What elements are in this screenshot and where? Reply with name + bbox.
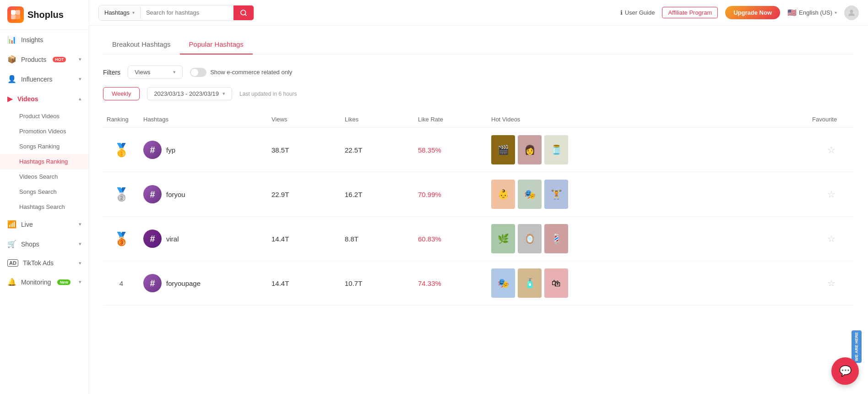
video-thumb-3-1[interactable]: 🌿 [491,224,515,253]
hashtag-cell-2[interactable]: # foryou [140,185,268,203]
svg-rect-2 [11,15,16,19]
favourite-3[interactable]: ☆ [808,233,854,244]
tiktok-ads-chevron: ▾ [79,260,81,266]
video-thumb-4-2[interactable]: 🧴 [518,268,542,298]
table-row: 🥇 # fyp 38.5T 22.5T 58.35% 🎬 👩 🫙 ☆ [103,128,854,172]
video-thumb-4-3[interactable]: 🛍 [544,268,568,298]
flag-icon: 🇺🇸 [787,8,797,17]
ecommerce-toggle-row: Show e-commerce related only [190,68,292,77]
search-type-selector[interactable]: Hashtags ▾ [99,6,141,19]
hashtag-cell-4[interactable]: # foryoupage [140,274,268,292]
products-label: Products [21,56,46,63]
hashtag-cell-1[interactable]: # fyp [140,141,268,159]
influencers-chevron: ▾ [79,76,81,82]
hashtag-name-4: foryoupage [166,279,201,287]
shops-label: Shops [21,241,39,248]
language-selector[interactable]: 🇺🇸 English (US) ▾ [787,8,837,17]
tiktok-ads-icon: AD [7,259,18,267]
favourite-2[interactable]: ☆ [808,189,854,200]
sidebar-item-live[interactable]: 📶 Live ▾ [0,214,89,234]
likes-2: 16.2T [341,191,414,198]
favourite-1[interactable]: ☆ [808,144,854,155]
medal-bronze-3: 🥉 [114,231,130,246]
monitoring-chevron: ▾ [79,279,81,285]
views-filter[interactable]: Views ▾ [128,66,183,79]
search-type-chevron: ▾ [132,10,135,15]
sidebar-item-promotion-videos[interactable]: Promotion Videos [0,124,89,139]
video-thumb-1-2[interactable]: 👩 [518,135,542,164]
sidebar-item-products[interactable]: 📦 Products HOT ▾ [0,49,89,69]
like-rate-4: 74.33% [414,279,488,287]
video-thumb-1-1[interactable]: 🎬 [491,135,515,164]
header-favourite: Favourite [808,116,854,123]
rank-cell-1: 🥇 [103,142,140,158]
sidebar-item-monitoring[interactable]: 🔔 Monitoring New ▾ [0,272,89,292]
filters-label: Filters [103,69,120,76]
lang-chevron: ▾ [835,10,837,15]
sidebar-item-songs-ranking[interactable]: Songs Ranking [0,139,89,154]
rank-cell-2: 🥈 [103,187,140,202]
sidebar-item-influencers[interactable]: 👤 Influencers ▾ [0,69,89,89]
video-thumb-4-1[interactable]: 🎭 [491,268,515,298]
header-like-rate: Like Rate [414,116,488,123]
header-ranking: Ranking [103,116,140,123]
sidebar-item-hashtags-ranking[interactable]: Hashtags Ranking [0,154,89,169]
search-button[interactable] [233,5,254,20]
chat-button[interactable]: 💬 [831,357,859,385]
favourite-4[interactable]: ☆ [808,278,854,289]
hashtag-cell-3[interactable]: # viral [140,230,268,248]
video-thumb-3-3[interactable]: 💈 [544,224,568,253]
logo-text: Shoplus [27,10,64,20]
tiktok-ads-label: TikTok Ads [23,259,54,267]
user-avatar[interactable] [844,5,859,20]
table-header: Ranking Hashtags Views Likes Like Rate H… [103,111,854,128]
video-thumb-2-3[interactable]: 🏋 [544,180,568,209]
sidebar-item-songs-search[interactable]: Songs Search [0,184,89,199]
likes-3: 8.8T [341,235,414,243]
live-icon: 📶 [7,220,16,229]
table-row: 🥉 # viral 14.4T 8.8T 60.83% 🌿 🪞 💈 ☆ [103,217,854,261]
video-thumb-1-3[interactable]: 🫙 [544,135,568,164]
sidebar-item-hashtags-search[interactable]: Hashtags Search [0,199,89,214]
sidebar-item-product-videos[interactable]: Product Videos [0,109,89,124]
sidebar-item-shops[interactable]: 🛒 Shops ▾ [0,234,89,254]
tab-popular-hashtags[interactable]: Popular Hashtags [180,35,253,55]
search-bar: Hashtags ▾ [98,5,254,21]
hot-videos-4: 🎭 🧴 🛍 [488,268,808,298]
date-range-picker[interactable]: 2023/03/13 - 2023/03/19 ▾ [147,87,232,100]
views-2: 22.9T [268,191,341,198]
videos-chevron: ▴ [79,96,81,102]
header-views: Views [268,116,341,123]
svg-rect-1 [16,10,20,15]
table-row: 🥈 # foryou 22.9T 16.2T 70.99% 👶 🎭 🏋 ☆ [103,172,854,217]
tab-breakout-hashtags[interactable]: Breakout Hashtags [103,35,180,55]
video-thumb-3-2[interactable]: 🪞 [518,224,542,253]
live-label: Live [21,221,33,228]
shops-chevron: ▾ [79,241,81,247]
sidebar-item-tiktok-ads[interactable]: AD TikTok Ads ▾ [0,254,89,272]
user-guide-link[interactable]: ℹ User Guide [620,9,655,16]
weekly-button[interactable]: Weekly [103,87,140,100]
topbar-actions: ℹ User Guide Affiliate Program Upgrade N… [620,5,859,20]
views-filter-label: Views [135,69,150,76]
affiliate-program-link[interactable]: Affiliate Program [662,7,718,18]
influencers-icon: 👤 [7,75,16,83]
video-thumb-2-2[interactable]: 🎭 [518,180,542,209]
sidebar-item-insights[interactable]: 📊 Insights [0,30,89,49]
sidebar-item-videos[interactable]: ▶ Videos ▴ [0,89,89,109]
language-label: English (US) [799,9,832,16]
ecommerce-toggle[interactable] [190,68,206,77]
video-thumb-2-1[interactable]: 👶 [491,180,515,209]
sidebar-item-videos-search[interactable]: Videos Search [0,169,89,184]
user-guide-label: User Guide [625,9,655,16]
header-hot-videos: Hot Videos [488,116,808,123]
upgrade-button[interactable]: Upgrade Now [725,6,780,19]
monitoring-badge: New [57,279,71,285]
search-input[interactable] [141,6,233,19]
search-type-label: Hashtags [104,9,130,16]
like-rate-2: 70.99% [414,191,488,198]
hot-videos-3: 🌿 🪞 💈 [488,224,808,253]
monitoring-icon: 🔔 [7,278,16,286]
hot-videos-2: 👶 🎭 🏋 [488,180,808,209]
sidebar: Shoplus 📊 Insights 📦 Products HOT ▾ 👤 In… [0,0,89,394]
